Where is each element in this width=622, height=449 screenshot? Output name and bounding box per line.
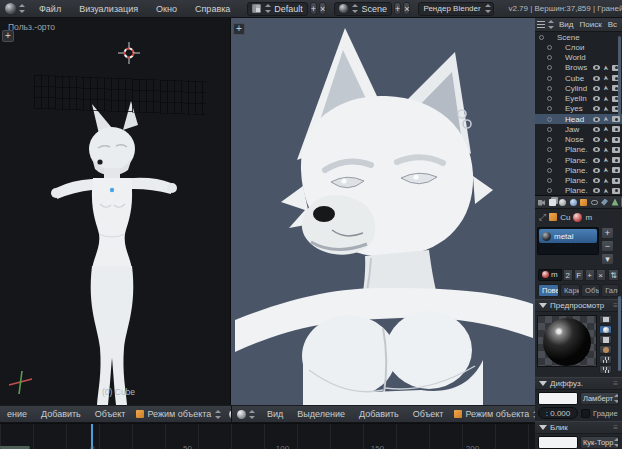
add-layout-button[interactable]: + [310, 2, 317, 15]
visibility-eye-icon[interactable] [593, 188, 600, 193]
breadcrumb-object-name[interactable]: Cu [560, 213, 570, 222]
viewport-left[interactable]: + Польз.-орто (0) Cube [0, 18, 231, 405]
remove-slot-button[interactable]: − [601, 240, 614, 252]
expand-toggle-icon[interactable] [547, 168, 552, 173]
new-datablock-button[interactable]: + [585, 269, 595, 281]
panel-menu-icon[interactable]: ≡ [613, 379, 618, 388]
selectability-arrow-icon[interactable]: ➤ [602, 106, 610, 113]
viewport-menu-item[interactable]: Выделение [290, 409, 352, 419]
outliner-row[interactable]: Scene ➤ [535, 32, 622, 42]
material-type-tab[interactable]: Объё [581, 284, 600, 297]
toolshelf-open-tab[interactable]: + [233, 23, 245, 35]
object-name[interactable]: Plane. [565, 156, 593, 165]
object-name[interactable]: Plane. [565, 166, 593, 175]
renderability-camera-icon[interactable] [612, 188, 620, 194]
mode-dropdown[interactable]: Режим объекта [132, 409, 225, 419]
properties-tab-icon[interactable] [590, 197, 599, 207]
selectability-arrow-icon[interactable]: ➤ [602, 167, 610, 174]
outliner-row[interactable]: Plane. ➤ [535, 176, 622, 186]
object-name[interactable]: Plane. [565, 186, 593, 195]
editor-type-selector[interactable] [232, 410, 260, 419]
users-count-button[interactable]: 2 [563, 269, 573, 281]
panel-menu-icon[interactable]: ≡ [613, 423, 618, 432]
renderability-camera-icon[interactable] [612, 167, 620, 173]
expand-toggle-icon[interactable] [547, 55, 552, 60]
menu-item[interactable]: Справка [186, 4, 239, 14]
properties-tab-icon[interactable] [569, 197, 578, 207]
breadcrumb-material-name[interactable]: m [585, 213, 592, 222]
specular-color-swatch[interactable] [538, 436, 578, 449]
slot-specials-button[interactable]: ▾ [601, 253, 614, 265]
fake-user-button[interactable]: F [574, 269, 584, 281]
object-name[interactable]: Scene [557, 33, 622, 42]
visibility-eye-icon[interactable] [593, 158, 600, 163]
outliner-row[interactable]: World ➤ [535, 53, 622, 63]
menu-item[interactable]: Визуализация [70, 4, 147, 14]
unlink-datablock-button[interactable]: × [596, 269, 606, 281]
properties-scrollbar[interactable] [618, 296, 621, 371]
properties-tab-icon[interactable] [611, 197, 620, 207]
object-name[interactable]: Слои [565, 43, 622, 52]
expand-toggle-icon[interactable] [547, 117, 552, 122]
outliner-row[interactable]: Plane. ➤ [535, 155, 622, 165]
visibility-eye-icon[interactable] [593, 178, 600, 183]
renderability-camera-icon[interactable] [612, 126, 620, 132]
properties-tab-icon[interactable] [579, 197, 588, 207]
renderability-camera-icon[interactable] [612, 116, 620, 122]
diffuse-color-swatch[interactable] [538, 392, 578, 405]
selectability-arrow-icon[interactable]: ➤ [602, 147, 610, 154]
renderability-camera-icon[interactable] [612, 137, 620, 143]
visibility-eye-icon[interactable] [593, 147, 600, 152]
outliner-row[interactable]: Nose ➤ [535, 135, 622, 145]
object-name[interactable]: Eyes [565, 104, 593, 113]
selectability-arrow-icon[interactable]: ➤ [602, 65, 610, 72]
properties-tab-icon[interactable] [548, 197, 557, 207]
editor-type-selector[interactable] [0, 3, 30, 14]
mode-dropdown[interactable]: Режим объекта [450, 409, 535, 419]
expand-toggle-icon[interactable] [547, 65, 552, 70]
scene-selector[interactable]: Scene [334, 2, 392, 16]
selectability-arrow-icon[interactable]: ➤ [602, 95, 610, 102]
selectability-arrow-icon[interactable]: ➤ [602, 157, 610, 164]
expand-toggle-icon[interactable] [539, 35, 544, 40]
outliner-row[interactable]: Plane. ➤ [535, 145, 622, 155]
resize-grip[interactable]: · · · · [539, 243, 597, 248]
diffuse-shader-dropdown[interactable]: Ламберт [580, 392, 619, 405]
selectability-arrow-icon[interactable]: ➤ [602, 177, 610, 184]
datablock-name-field[interactable]: m [538, 269, 562, 281]
selectability-arrow-icon[interactable]: ➤ [602, 188, 610, 195]
viewport-menu-item[interactable]: Добавить [352, 409, 406, 419]
expand-toggle-icon[interactable] [547, 188, 552, 193]
outliner-row[interactable]: Слои ➤ [535, 42, 622, 52]
viewport-menu-item[interactable]: Добавить [34, 409, 88, 419]
visibility-eye-icon[interactable] [593, 65, 600, 70]
outliner-row[interactable]: Cube ➤ [535, 73, 622, 83]
expand-toggle-icon[interactable] [547, 45, 552, 50]
material-slot-list[interactable]: metal · · · · [537, 227, 599, 255]
object-name[interactable]: Head [565, 115, 593, 124]
preview-type-button[interactable] [599, 315, 612, 324]
diffuse-ramp-checkbox[interactable] [581, 409, 590, 418]
material-type-tab[interactable]: Гало [601, 284, 619, 297]
outliner-row[interactable]: Eyes ➤ [535, 104, 622, 114]
selectability-arrow-icon[interactable]: ➤ [602, 116, 610, 123]
visibility-eye-icon[interactable] [593, 117, 600, 122]
render-engine-selector[interactable]: Рендер Blender [418, 2, 494, 16]
selectability-arrow-icon[interactable]: ➤ [602, 75, 610, 82]
timeline-editor[interactable]: -50050100150200250 [0, 423, 535, 449]
fox-model-closeup[interactable] [231, 18, 535, 405]
object-name[interactable]: Brows [565, 63, 593, 72]
object-name[interactable]: Nose [565, 135, 593, 144]
material-type-tab[interactable]: Повер [538, 284, 559, 297]
material-type-tab[interactable]: Карка [560, 284, 580, 297]
add-scene-button[interactable]: + [394, 2, 401, 15]
specular-panel-header[interactable]: Блик ≡ [535, 421, 622, 434]
expand-toggle-icon[interactable] [547, 137, 552, 142]
visibility-eye-icon[interactable] [593, 168, 600, 173]
link-updown-button[interactable]: ⇅ [608, 269, 619, 281]
renderability-camera-icon[interactable] [612, 157, 620, 163]
expand-toggle-icon[interactable] [547, 147, 552, 152]
visibility-eye-icon[interactable] [593, 96, 600, 101]
preview-panel-header[interactable]: Предпросмотр ≡ [535, 299, 622, 312]
outliner-row[interactable]: Plane. ➤ [535, 186, 622, 196]
